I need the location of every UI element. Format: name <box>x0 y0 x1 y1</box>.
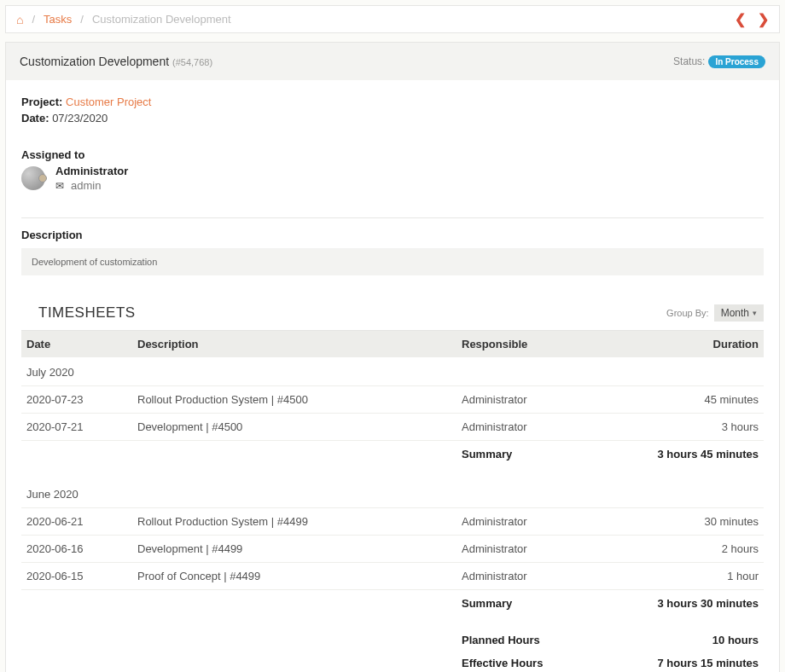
task-id: (#54,768) <box>172 57 212 67</box>
cell-description: Rollout Production System | #4500 <box>132 386 456 414</box>
assignee-username-row: ✉ admin <box>55 179 128 192</box>
cell-duration: 45 minutes <box>627 386 764 414</box>
summary-row: Summary3 hours 45 minutes <box>21 441 764 468</box>
project-line: Project: Customer Project <box>21 96 764 108</box>
breadcrumb-sep: / <box>32 13 35 26</box>
cell-date: 2020-07-23 <box>21 386 132 414</box>
home-icon[interactable]: ⌂ <box>16 13 23 26</box>
table-row: 2020-06-16Development | #4499Administrat… <box>21 536 764 563</box>
task-card: Customization Development (#54,768) Stat… <box>5 42 780 672</box>
cell-duration: 30 minutes <box>627 508 764 536</box>
cell-responsible: Administrator <box>456 414 627 441</box>
cell-responsible: Administrator <box>456 563 627 590</box>
breadcrumb: ⌂ / Tasks / Customization Development <box>16 13 231 26</box>
totals-label: Effective Hours <box>456 652 627 672</box>
cell-responsible: Administrator <box>456 536 627 563</box>
cell-description: Development | #4500 <box>132 414 456 441</box>
table-row: 2020-07-21Development | #4500Administrat… <box>21 414 764 441</box>
breadcrumb-sep: / <box>80 13 84 26</box>
breadcrumb-bar: ⌂ / Tasks / Customization Development ❮ … <box>5 5 780 33</box>
status: Status: In Process <box>673 55 765 68</box>
assignee-row: Administrator ✉ admin <box>21 165 764 192</box>
summary-label: Summary <box>456 590 627 617</box>
project-label: Project: <box>21 96 62 108</box>
cell-description: Rollout Production System | #4499 <box>132 508 456 536</box>
cell-responsible: Administrator <box>456 386 627 414</box>
page-title: Customization Development (#54,768) <box>20 55 212 68</box>
assignee-username: admin <box>71 179 101 192</box>
cell-date: 2020-06-21 <box>21 508 132 536</box>
cell-responsible: Administrator <box>456 508 627 536</box>
group-label: July 2020 <box>21 357 764 386</box>
summary-value: 3 hours 45 minutes <box>627 441 764 468</box>
cell-duration: 3 hours <box>627 414 764 441</box>
col-responsible: Responsible <box>456 331 627 357</box>
table-row: 2020-06-15Proof of Concept | #4499Admini… <box>21 563 764 590</box>
assignee-name: Administrator <box>55 165 128 177</box>
assigned-section: Assigned to Administrator ✉ admin <box>21 148 764 192</box>
cell-duration: 2 hours <box>627 536 764 563</box>
groupby-value: Month <box>721 307 749 319</box>
breadcrumb-tasks-link[interactable]: Tasks <box>44 13 72 26</box>
status-badge: In Process <box>708 55 765 68</box>
totals-row: Planned Hours10 hours <box>21 629 764 652</box>
date-value: 07/23/2020 <box>52 112 108 125</box>
summary-label: Summary <box>456 441 627 468</box>
project-link[interactable]: Customer Project <box>66 96 151 108</box>
prev-record-button[interactable]: ❮ <box>735 11 746 27</box>
envelope-icon: ✉ <box>55 180 64 192</box>
groupby-control: Group By: Month ▾ <box>666 304 764 322</box>
group-header-row: June 2020 <box>21 479 764 508</box>
next-record-button[interactable]: ❯ <box>758 11 769 27</box>
table-row: 2020-07-23Rollout Production System | #4… <box>21 386 764 414</box>
assigned-to-label: Assigned to <box>21 148 764 161</box>
table-row: 2020-06-21Rollout Production System | #4… <box>21 508 764 536</box>
status-label: Status: <box>673 55 705 67</box>
groupby-label: Group By: <box>666 308 709 318</box>
record-nav: ❮ ❯ <box>735 11 769 27</box>
groupby-dropdown[interactable]: Month ▾ <box>714 304 764 322</box>
description-text: Development of customization <box>21 248 764 275</box>
timesheets-table: Date Description Responsible Duration Ju… <box>21 331 764 672</box>
totals-label: Planned Hours <box>456 629 627 652</box>
totals-value: 10 hours <box>627 629 764 652</box>
summary-row: Summary3 hours 30 minutes <box>21 590 764 617</box>
cell-duration: 1 hour <box>627 563 764 590</box>
divider <box>21 217 764 218</box>
cell-description: Proof of Concept | #4499 <box>132 563 456 590</box>
col-duration: Duration <box>627 331 764 357</box>
cell-description: Development | #4499 <box>132 536 456 563</box>
card-header: Customization Development (#54,768) Stat… <box>6 43 779 80</box>
cell-date: 2020-06-15 <box>21 563 132 590</box>
totals-value: 7 hours 15 minutes <box>627 652 764 672</box>
avatar <box>21 166 45 190</box>
timesheets-title: TIMESHEETS <box>38 304 136 322</box>
group-label: June 2020 <box>21 479 764 508</box>
cell-date: 2020-06-16 <box>21 536 132 563</box>
cell-date: 2020-07-21 <box>21 414 132 441</box>
description-title: Description <box>21 229 764 241</box>
timesheets-section: TIMESHEETS Group By: Month ▾ Date Descri… <box>21 299 764 672</box>
totals-row: Effective Hours7 hours 15 minutes <box>21 652 764 672</box>
col-date: Date <box>21 331 132 357</box>
task-title: Customization Development <box>20 55 169 68</box>
col-description: Description <box>132 331 456 357</box>
breadcrumb-current: Customization Development <box>92 13 231 26</box>
summary-value: 3 hours 30 minutes <box>627 590 764 617</box>
date-line: Date: 07/23/2020 <box>21 112 764 125</box>
chevron-down-icon: ▾ <box>753 309 757 317</box>
group-header-row: July 2020 <box>21 357 764 386</box>
date-label: Date: <box>21 112 49 125</box>
